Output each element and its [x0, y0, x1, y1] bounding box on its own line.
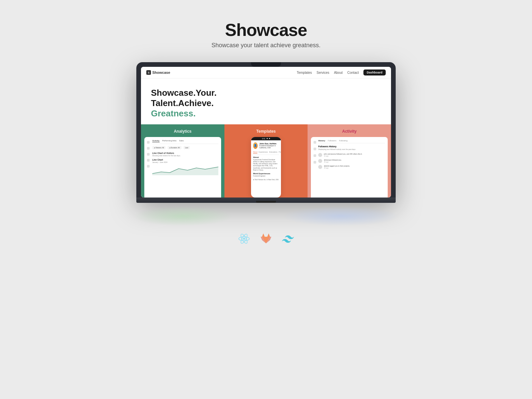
templates-label: Templates [256, 124, 276, 134]
activity-avatar-2 [318, 165, 322, 169]
activity-avatar-0 [318, 153, 322, 157]
profile-info: John Doe, He/Him Frontend Developer in C… [259, 143, 279, 149]
followers-history-sub: Displaying your follower activity over t… [318, 148, 385, 150]
tab-history[interactable]: History [318, 140, 325, 142]
svg-marker-0 [152, 167, 218, 175]
laptop-notch [251, 62, 281, 67]
work-company: Frontend Engineer [253, 175, 279, 177]
activity-text-0: john and jessica followed you, and 340 o… [324, 153, 362, 157]
tab-performing[interactable]: Performing links [162, 140, 177, 142]
followers-history-title: Followers History [318, 145, 385, 148]
phone-tab-exp[interactable]: Experiences [259, 151, 268, 154]
tech-icons [238, 233, 294, 245]
activity-text-1: @trixnace followed you. 1h ago [324, 159, 341, 163]
nav-links: Templates Services About Contact Dashboa… [297, 69, 386, 75]
hero-line1: Showcase.Your. [151, 88, 381, 98]
brand-name: Showcase [152, 70, 170, 74]
phone-status-2 [269, 138, 270, 139]
sidebar-icon-3 [147, 153, 150, 156]
chart-sub-1: Showing total visitors for the last days… [152, 155, 218, 157]
activity-text-2: @jimik tagged you to their projects. 1h … [324, 165, 350, 169]
analytics-main: Activity Performing links Subs ● Viewers… [152, 140, 218, 176]
chart-sub-2: January - June 2024 [152, 161, 218, 163]
chart-title-1: Line Chart of Visitors [152, 152, 218, 154]
work-title: Work Experiences [253, 173, 279, 175]
activity-inner: History Followers Following Followers Hi… [314, 140, 385, 171]
phone-nav-tabs: About Experiences Educations Projects [253, 151, 279, 155]
page-subtitle: Showcase your talent achieve greatness. [211, 42, 321, 49]
work-sub: at Tech Horizon Inc. In New York, USA [253, 179, 279, 181]
act-sidebar-icon-4 [314, 161, 316, 164]
hero-line2: Talent.Achieve. [151, 98, 381, 108]
page-header: Showcase Showcase your talent achieve gr… [211, 0, 321, 49]
profile-name: John Doe, He/Him [259, 143, 279, 145]
glow-green [133, 206, 233, 226]
activity-item-1: @trixnace followed you. 1h ago [318, 159, 385, 163]
dashboard-button[interactable]: Dashboard [363, 69, 386, 75]
act-sidebar-icon-2 [314, 148, 316, 150]
activity-item-0: john and jessica followed you, and 340 o… [318, 153, 385, 157]
profile-title: Frontend Developer in California, USA [259, 145, 279, 149]
nav-services[interactable]: Services [317, 71, 329, 74]
activity-avatar-1 [318, 159, 322, 163]
nav-templates[interactable]: Templates [297, 71, 312, 74]
activity-label: Activity [342, 124, 356, 134]
phone-tab-about[interactable]: About [253, 151, 257, 154]
tab-subs[interactable]: Subs [179, 140, 184, 142]
tab-following[interactable]: Following [339, 140, 347, 142]
tab-activity[interactable]: Activity [152, 140, 160, 142]
hero-section: Showcase.Your. Talent.Achieve. Greatness… [141, 78, 391, 124]
phone-tab-proj[interactable]: Projects [279, 151, 281, 154]
sidebar-icon-4 [147, 159, 150, 162]
templates-panel: Templates 9:41 👤 [224, 124, 308, 198]
nav-contact[interactable]: Contact [347, 71, 359, 74]
activity-main: History Followers Following Followers Hi… [318, 140, 385, 171]
nav-about[interactable]: About [334, 71, 342, 74]
phone-mockup: 9:41 👤 John Doe, He/Him Frontend Develop… [251, 137, 281, 198]
analytics-inner: Activity Performing links Subs ● Viewers… [147, 140, 218, 176]
analytics-label: Analytics [174, 124, 192, 134]
laptop-screen: S Showcase Templates Services About Cont… [141, 67, 391, 198]
filter-duration[interactable]: ● Duration: All [168, 146, 181, 149]
sidebar-icon-5 [147, 165, 150, 168]
page-title: Showcase [211, 20, 321, 40]
act-sidebar-icon-1 [314, 141, 316, 144]
phone-content: 👤 John Doe, He/Him Frontend Developer in… [251, 140, 281, 184]
analytics-sidebar [147, 140, 150, 176]
activity-content: History Followers Following Followers Hi… [311, 137, 388, 198]
browser-nav: S Showcase Templates Services About Cont… [141, 67, 391, 78]
react-icon [238, 233, 250, 245]
act-sidebar-icon-3 [314, 154, 316, 157]
phone-top-bar: 9:41 [251, 137, 281, 140]
gitlab-icon [260, 233, 272, 245]
laptop-mockup: S Showcase Templates Services About Cont… [136, 62, 396, 203]
sidebar-icon-1 [147, 141, 150, 144]
activity-sidebar [314, 140, 316, 171]
activity-item-2: @jimik tagged you to their projects. 1h … [318, 165, 385, 169]
phone-status-1 [267, 138, 268, 139]
chart-title-2: Line Chart [152, 159, 218, 161]
about-text: A passionate Frontend Developer skilled … [253, 159, 279, 172]
hero-headline: Showcase.Your. Talent.Achieve. Greatness… [151, 88, 381, 119]
profile-avatar: 👤 [253, 142, 258, 149]
analytics-panel: Analytics A [141, 124, 224, 198]
phone-tab-edu[interactable]: Educations [269, 151, 278, 154]
activity-tabs: History Followers Following [318, 140, 385, 143]
analytics-tabs: Activity Performing links Subs [152, 140, 218, 144]
filter-last[interactable]: Last [184, 146, 190, 149]
analytics-chart-svg [152, 165, 218, 175]
feature-panels: Analytics A [141, 124, 391, 198]
filter-viewers[interactable]: ● Viewers: All [152, 146, 166, 149]
glow-blue [283, 206, 399, 226]
brand-logo: S Showcase [146, 70, 170, 75]
bottom-glow [116, 200, 416, 226]
about-title: About [253, 156, 279, 158]
tailwind-icon [282, 233, 294, 245]
tab-followers[interactable]: Followers [328, 140, 336, 142]
analytics-content: Activity Performing links Subs ● Viewers… [144, 137, 221, 198]
filter-row: ● Viewers: All ● Duration: All Last [152, 146, 218, 149]
sidebar-icon-2 [147, 147, 150, 150]
profile-row: 👤 John Doe, He/Him Frontend Developer in… [253, 142, 279, 149]
hero-line3: Greatness. [151, 108, 381, 119]
logo-icon: S [146, 70, 151, 75]
